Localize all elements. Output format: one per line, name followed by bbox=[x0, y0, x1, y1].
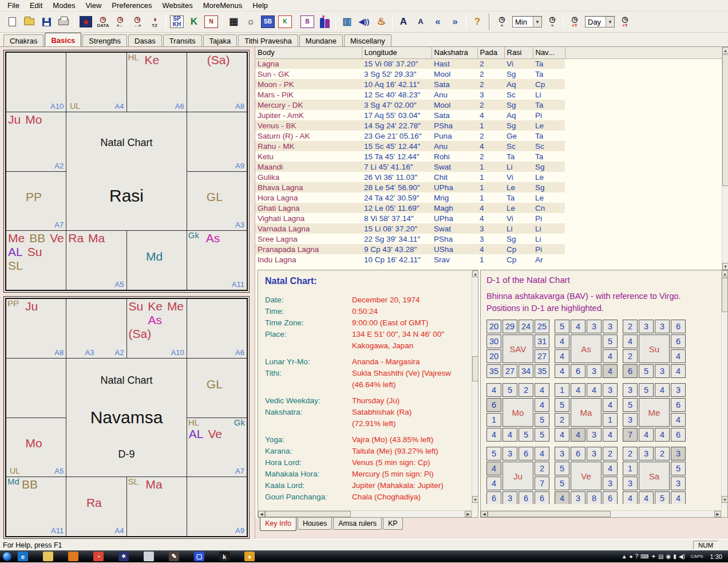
help-button[interactable]: ? bbox=[469, 13, 486, 30]
subtab-houses[interactable]: Houses bbox=[298, 518, 332, 530]
tray-icon-4[interactable]: ✦ bbox=[651, 553, 656, 560]
compatibility-button[interactable]: ♥ bbox=[316, 13, 333, 30]
dropdown-arrow-icon[interactable]: ▼ bbox=[533, 17, 541, 27]
scrollbar-thumb[interactable] bbox=[488, 511, 611, 517]
scroll-left-arrow-icon[interactable]: ◀ bbox=[481, 511, 488, 517]
table-row[interactable]: Hora Lagna24 Ta 42' 30.59″Mrig1TaLe bbox=[255, 192, 728, 203]
reset-time-button[interactable]: ◷←× bbox=[129, 13, 146, 30]
tray-icon-8[interactable]: ◀) bbox=[679, 553, 685, 560]
tray-icon-7[interactable]: ▮ bbox=[673, 553, 676, 560]
scroll-left-arrow-icon[interactable]: ◀ bbox=[258, 511, 265, 517]
chrome-icon[interactable]: ◔ bbox=[93, 552, 104, 561]
birth-data-button[interactable]: ★ bbox=[77, 13, 94, 30]
time-step-dropdown[interactable]: Min▼ bbox=[512, 16, 542, 27]
table-row[interactable]: Jupiter - AmK17 Aq 55' 03.04″Sata4AqPi bbox=[255, 110, 728, 120]
scrollbar-thumb[interactable] bbox=[722, 54, 728, 186]
column-header-longitude[interactable]: Longitude bbox=[362, 47, 432, 58]
scroll-down-arrow-icon[interactable]: ▼ bbox=[722, 263, 728, 270]
planet-table-vertical-scrollbar[interactable]: ▲ ▼ bbox=[722, 47, 728, 270]
tray-icon-2[interactable]: ? bbox=[635, 553, 639, 560]
open-file-button[interactable] bbox=[21, 13, 38, 30]
scroll-down-arrow-icon[interactable]: ▼ bbox=[722, 496, 728, 503]
menu-file[interactable]: File bbox=[2, 0, 25, 11]
table-row[interactable]: Indu Lagna10 Cp 16' 42.11″Srav1CpAr bbox=[255, 254, 728, 265]
fire-ritual-button[interactable]: ♨ bbox=[373, 13, 390, 30]
timezone-button[interactable]: ◑TZ bbox=[146, 13, 163, 30]
tab-chakras[interactable]: Chakras bbox=[3, 34, 43, 46]
menu-help[interactable]: Help bbox=[247, 0, 273, 11]
tray-icon-3[interactable]: ⌨ bbox=[640, 553, 648, 560]
table-row[interactable]: Varnada Lagna15 Li 08' 37.20″Swat3LiLi bbox=[255, 223, 728, 234]
data-clock-button[interactable]: ◷DATA bbox=[94, 13, 112, 30]
star-app-icon[interactable]: ✶ bbox=[118, 552, 129, 561]
column-header-nav-[interactable]: Nav... bbox=[533, 47, 565, 58]
table-row[interactable]: Ketu15 Ta 45' 12.44″Rohi2TaTa bbox=[255, 151, 728, 162]
info-vertical-scrollbar[interactable]: ▲ ▼ bbox=[472, 270, 478, 510]
table-row[interactable]: Saturn (R) - AK23 Ge 21' 05.16″Puna2GeTa bbox=[255, 131, 728, 141]
menu-moremenus[interactable]: MoreMenus bbox=[198, 0, 248, 11]
tab-mundane[interactable]: Mundane bbox=[299, 34, 343, 46]
notes-app-icon[interactable] bbox=[144, 552, 154, 561]
save-button[interactable] bbox=[38, 13, 55, 30]
menu-edit[interactable]: Edit bbox=[25, 0, 48, 11]
jhora-app-icon[interactable]: ♦ bbox=[244, 552, 255, 561]
kp-key-button[interactable]: K bbox=[185, 13, 203, 30]
file-explorer-icon[interactable] bbox=[43, 552, 53, 561]
undo-time-button[interactable]: ◷×← bbox=[112, 13, 129, 30]
new-document-button[interactable] bbox=[3, 13, 21, 30]
table-row[interactable]: Mars - PiK12 Sc 40' 48.23″Anu3ScLi bbox=[255, 89, 728, 100]
scroll-up-arrow-icon[interactable]: ▲ bbox=[722, 270, 728, 277]
menu-preferences[interactable]: Preferences bbox=[106, 0, 157, 11]
previous-view-button[interactable]: « bbox=[429, 13, 446, 30]
tab-strengths[interactable]: Strengths bbox=[82, 34, 127, 46]
window-app-icon[interactable]: ▢ bbox=[194, 552, 204, 561]
internet-explorer-icon[interactable]: e bbox=[18, 552, 28, 561]
tab-dasas[interactable]: Dasas bbox=[128, 34, 162, 46]
table-row[interactable]: Gulika26 Vi 36' 11.03″Chit1ViLe bbox=[255, 172, 728, 182]
start-button-icon[interactable] bbox=[2, 552, 12, 561]
table-row[interactable]: Moon - PK10 Aq 16' 42.11″Sata2AqCp bbox=[255, 79, 728, 89]
tab-tithi-pravesha[interactable]: Tithi Pravesha bbox=[238, 34, 298, 46]
next-view-button[interactable]: » bbox=[446, 13, 464, 30]
muhurta-horn-button[interactable]: ◀)) bbox=[355, 13, 373, 30]
time-rewind-button[interactable]: ◷« bbox=[493, 13, 511, 30]
column-header-nakshatra[interactable]: Nakshatra bbox=[432, 47, 477, 58]
scrollbar-thumb[interactable] bbox=[472, 356, 478, 381]
column-header-spacer[interactable] bbox=[565, 47, 728, 58]
chart-grid-button[interactable]: ▦ bbox=[225, 13, 242, 30]
scrollbar-thumb[interactable] bbox=[265, 511, 351, 517]
scroll-up-arrow-icon[interactable]: ▲ bbox=[472, 270, 478, 277]
bav-horizontal-scrollbar[interactable]: ◀ ▶ bbox=[481, 510, 721, 517]
tab-tajaka[interactable]: Tajaka bbox=[203, 34, 238, 46]
k-rays-button[interactable]: ☼ bbox=[242, 13, 259, 30]
menu-websites[interactable]: Websites bbox=[157, 0, 197, 11]
bhava-grid-button[interactable]: B bbox=[299, 13, 316, 30]
date-rewind-button[interactable]: ◷«T bbox=[566, 13, 583, 30]
table-row[interactable]: Pranapada Lagna9 Cp 43' 43.28″USha4CpPi bbox=[255, 244, 728, 254]
column-header-pada[interactable]: Pada bbox=[477, 47, 504, 58]
sb-button[interactable]: SB bbox=[259, 13, 276, 30]
table-row[interactable]: Sree Lagna22 Sg 39' 34.11″PSha3SgLi bbox=[255, 234, 728, 244]
sp-kh-button[interactable]: SPKH bbox=[168, 13, 185, 30]
scrollbar-thumb[interactable] bbox=[722, 278, 728, 312]
table-row[interactable]: Sun - GK3 Sg 52' 29.33″Mool2SgTa bbox=[255, 69, 728, 79]
table-row[interactable]: Bhava Lagna28 Le 54' 56.90″UPha1LeSg bbox=[255, 182, 728, 192]
tray-icon-0[interactable]: ▲ bbox=[622, 553, 627, 560]
info-horizontal-scrollbar[interactable]: ◀ ▶ bbox=[258, 510, 472, 517]
tab-miscellany[interactable]: Miscellany bbox=[344, 34, 391, 46]
date-advance-button[interactable]: ◷»T bbox=[616, 13, 634, 30]
table-row[interactable]: Ghati Lagna12 Le 05' 11.69″Magh4LeCn bbox=[255, 203, 728, 213]
column-header-rasi[interactable]: Rasi bbox=[504, 47, 533, 58]
scroll-right-arrow-icon[interactable]: ▶ bbox=[465, 511, 472, 517]
scroll-right-arrow-icon[interactable]: ▶ bbox=[714, 511, 721, 517]
editor-app-icon[interactable]: ✎ bbox=[169, 552, 179, 561]
time-advance-button[interactable]: ◷» bbox=[544, 13, 561, 30]
menu-view[interactable]: View bbox=[80, 0, 106, 11]
print-button[interactable] bbox=[55, 13, 72, 30]
menu-modes[interactable]: Modes bbox=[48, 0, 80, 11]
media-app-icon[interactable] bbox=[68, 552, 78, 561]
tray-icon-6[interactable]: ◉ bbox=[666, 553, 671, 560]
table-row[interactable]: Rahu - MK15 Sc 45' 12.44″Anu4ScSc bbox=[255, 141, 728, 151]
table-row[interactable]: Vighati Lagna8 Vi 58' 37.14″UPha4ViPi bbox=[255, 213, 728, 223]
subtab-amsa-rulers[interactable]: Amsa rulers bbox=[333, 518, 382, 530]
